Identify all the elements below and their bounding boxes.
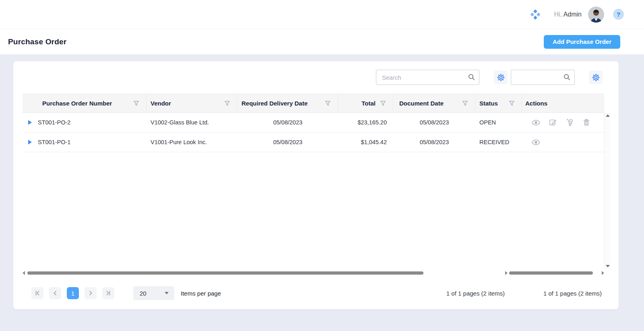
cell-total: $1,045.42 xyxy=(338,132,393,152)
filter-funnel-icon[interactable] xyxy=(380,101,386,106)
scroll-down-arrow-icon[interactable] xyxy=(606,265,610,267)
cell-total: $23,165.20 xyxy=(338,113,393,132)
previous-page-button[interactable] xyxy=(49,287,61,299)
trash-icon[interactable] xyxy=(583,119,590,126)
handtruck-icon[interactable] xyxy=(566,118,574,126)
actions-hscroll-track[interactable] xyxy=(509,271,600,275)
cell-actions xyxy=(522,132,604,152)
column-header-label: Vendor xyxy=(151,100,171,107)
grid-settings-icon[interactable] xyxy=(494,70,508,84)
cell-purchase-order-number: ST001-PO-1 xyxy=(23,132,147,152)
cell-status: RECEIVED xyxy=(475,132,522,152)
scroll-up-arrow-icon[interactable] xyxy=(606,114,610,117)
grid-toolbar xyxy=(13,61,619,85)
page-summary-main: 1 of 1 pages (2 items) xyxy=(446,290,505,297)
column-header-label: Document Date xyxy=(399,100,444,107)
cell-document_date: 05/08/2023 xyxy=(393,132,475,152)
help-icon[interactable]: ? xyxy=(613,9,624,20)
page-header-bar: Purchase Order Add Purchase Order xyxy=(0,29,644,54)
column-header-total[interactable]: Total xyxy=(338,94,393,112)
greeting-prefix: Hi, xyxy=(554,11,562,18)
actions-hscroll-thumb[interactable] xyxy=(509,271,593,275)
filter-funnel-icon[interactable] xyxy=(509,101,514,106)
cell-status: OPEN xyxy=(475,113,522,132)
user-greeting: Hi, Admin xyxy=(554,11,582,18)
purchase-order-card: Purchase Order NumberVendorRequired Deli… xyxy=(13,61,619,309)
vertical-scrollbar xyxy=(604,93,611,276)
column-header-vendor[interactable]: Vendor xyxy=(147,94,237,112)
column-header-label: Required Delivery Date xyxy=(242,100,308,107)
column-header-document-date[interactable]: Document Date xyxy=(393,94,475,112)
vscroll-track[interactable] xyxy=(604,113,611,269)
search-icon xyxy=(468,74,475,82)
table-header: Purchase Order NumberVendorRequired Deli… xyxy=(23,93,604,113)
cell-vendor: V1001-Pure Look Inc. xyxy=(147,132,237,152)
horizontal-scrollbar xyxy=(23,270,604,276)
cell-vendor: V1002-Glass Blue Ltd. xyxy=(147,113,237,132)
column-header-status[interactable]: Status xyxy=(475,94,522,112)
column-header-required-delivery-date[interactable]: Required Delivery Date xyxy=(237,94,338,112)
column-header-actions[interactable]: Actions xyxy=(522,94,604,112)
pagination-bar: 1 20 Items per page 1 of 1 pages (2 item… xyxy=(13,277,619,309)
column-header-label: Total xyxy=(361,100,376,107)
column-header-purchase-order-number[interactable]: Purchase Order Number xyxy=(23,94,147,112)
items-per-page-label: Items per page xyxy=(181,290,221,297)
column-header-label: Purchase Order Number xyxy=(42,100,112,107)
greeting-username: Admin xyxy=(564,11,582,18)
filter-funnel-icon[interactable] xyxy=(462,101,468,106)
eye-icon[interactable] xyxy=(532,120,540,126)
next-page-button[interactable] xyxy=(85,287,97,299)
scroll-left-arrow-icon[interactable] xyxy=(23,271,25,275)
po-number-text: ST001-PO-2 xyxy=(38,119,70,126)
cell-purchase-order-number: ST001-PO-2 xyxy=(23,113,147,132)
table-body: ST001-PO-2V1002-Glass Blue Ltd.05/08/202… xyxy=(23,113,604,269)
items-per-page-value: 20 xyxy=(140,290,165,297)
user-avatar[interactable] xyxy=(588,6,604,23)
column-settings-icon[interactable] xyxy=(589,70,603,84)
expand-row-icon[interactable] xyxy=(28,140,32,145)
column-header-label: Actions xyxy=(525,100,547,107)
main-hscroll-track[interactable] xyxy=(27,271,504,275)
table-row[interactable]: ST001-PO-2V1002-Glass Blue Ltd.05/08/202… xyxy=(23,113,604,132)
po-number-text: ST001-PO-1 xyxy=(38,139,70,145)
page-summary-actions: 1 of 1 pages (2 items) xyxy=(543,290,602,297)
main-hscroll-thumb[interactable] xyxy=(27,271,423,275)
filter-search-box xyxy=(511,70,575,85)
chevron-down-icon xyxy=(165,292,169,294)
search-box xyxy=(376,70,479,85)
cell-required_delivery_date: 05/08/2023 xyxy=(237,113,338,132)
last-page-button[interactable] xyxy=(102,287,114,299)
filter-funnel-icon[interactable] xyxy=(325,101,330,106)
first-page-button[interactable] xyxy=(31,287,43,299)
column-header-label: Status xyxy=(479,100,498,107)
page-number-button[interactable]: 1 xyxy=(67,287,79,299)
eye-icon[interactable] xyxy=(532,139,540,145)
filter-funnel-icon[interactable] xyxy=(225,101,230,106)
page-title: Purchase Order xyxy=(8,37,66,46)
cell-document_date: 05/08/2023 xyxy=(393,113,475,132)
search-input[interactable] xyxy=(376,70,479,85)
apps-grid-icon[interactable] xyxy=(530,9,541,20)
cell-required_delivery_date: 05/08/2023 xyxy=(237,132,338,152)
table-row[interactable]: ST001-PO-1V1001-Pure Look Inc.05/08/2023… xyxy=(23,132,604,152)
filter-funnel-icon[interactable] xyxy=(134,101,139,106)
items-per-page-select[interactable]: 20 xyxy=(133,286,174,300)
search-icon xyxy=(564,74,570,82)
purchase-order-grid: Purchase Order NumberVendorRequired Deli… xyxy=(23,93,619,276)
top-navbar: Hi, Admin ? xyxy=(0,0,644,29)
add-purchase-order-button[interactable]: Add Purchase Order xyxy=(544,35,620,49)
scroll-right-arrow-icon[interactable] xyxy=(505,271,508,275)
edit-icon[interactable] xyxy=(549,119,557,126)
expand-row-icon[interactable] xyxy=(28,120,32,125)
cell-actions xyxy=(522,113,604,132)
